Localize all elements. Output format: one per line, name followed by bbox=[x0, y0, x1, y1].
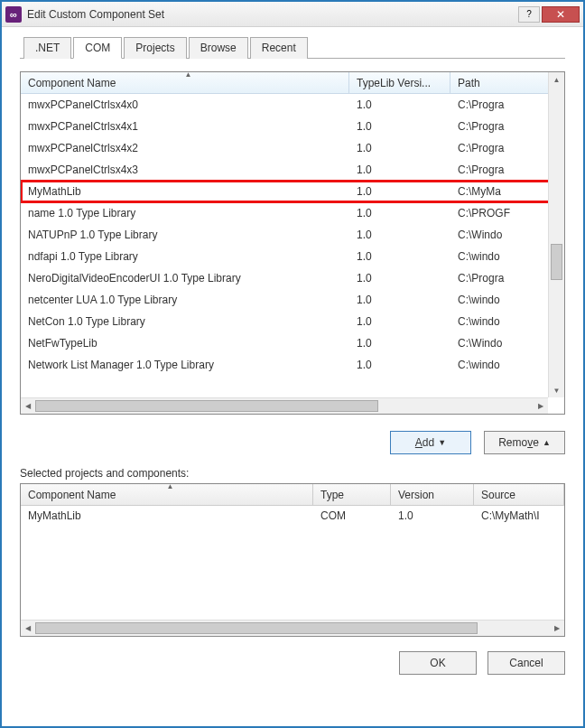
table-row[interactable]: mwxPCPanelCtrlsx4x01.0C:\Progra bbox=[21, 94, 564, 116]
cell-version: 1.0 bbox=[349, 207, 450, 219]
cancel-button[interactable]: Cancel bbox=[488, 651, 565, 675]
cell-version: 1.0 bbox=[349, 315, 450, 328]
grid-rows: mwxPCPanelCtrlsx4x01.0C:\ProgramwxPCPane… bbox=[21, 94, 564, 376]
tab-com[interactable]: COM bbox=[73, 37, 122, 59]
add-button[interactable]: Add ▼ bbox=[390, 431, 471, 454]
cell-version: 1.0 bbox=[349, 229, 450, 241]
cell-name: name 1.0 Type Library bbox=[21, 207, 349, 219]
selected-rows: MyMathLibCOM1.0C:\MyMath\I bbox=[21, 506, 564, 526]
horizontal-scrollbar[interactable]: ◀ ▶ bbox=[21, 397, 548, 414]
scroll-right-icon[interactable]: ▶ bbox=[550, 621, 564, 636]
cell-name: NeroDigitalVideoEncoderUI 1.0 Type Libra… bbox=[21, 272, 349, 285]
cell-name: mwxPCPanelCtrlsx4x0 bbox=[21, 98, 349, 111]
table-row[interactable]: mwxPCPanelCtrlsx4x21.0C:\Progra bbox=[21, 137, 564, 159]
add-button-rest: dd bbox=[422, 436, 434, 449]
cell-version: 1.0 bbox=[349, 142, 450, 154]
cell-name: NetFwTypeLib bbox=[21, 337, 349, 350]
table-row[interactable]: mwxPCPanelCtrlsx4x31.0C:\Progra bbox=[21, 159, 564, 181]
app-icon bbox=[5, 6, 22, 23]
cell-version: 1.0 bbox=[349, 185, 450, 198]
cell-name: ndfapi 1.0 Type Library bbox=[21, 250, 349, 263]
scroll-thumb[interactable] bbox=[551, 244, 562, 280]
sel-col-name-label: Component Name bbox=[28, 489, 116, 501]
table-row[interactable]: NetFwTypeLib1.0C:\Windo bbox=[21, 332, 564, 354]
cell-version: 1.0 bbox=[391, 509, 474, 522]
cell-name: MyMathLib bbox=[21, 185, 349, 198]
scroll-down-icon[interactable]: ▼ bbox=[549, 383, 564, 397]
cell-name: mwxPCPanelCtrlsx4x3 bbox=[21, 163, 349, 176]
ok-button[interactable]: OK bbox=[399, 651, 477, 675]
selected-horizontal-scrollbar[interactable]: ◀ ▶ bbox=[21, 620, 564, 636]
col-component-name-label: Component Name bbox=[28, 77, 116, 89]
table-row[interactable]: name 1.0 Type Library1.0C:\PROGF bbox=[21, 202, 564, 224]
scroll-right-icon[interactable]: ▶ bbox=[534, 398, 548, 414]
table-row[interactable]: netcenter LUA 1.0 Type Library1.0C:\wind… bbox=[21, 289, 564, 311]
cell-version: 1.0 bbox=[349, 337, 450, 350]
tab-browse[interactable]: Browse bbox=[189, 37, 248, 59]
table-row[interactable]: NATUPnP 1.0 Type Library1.0C:\Windo bbox=[21, 224, 564, 246]
remove-button-pre: Remo bbox=[498, 436, 527, 449]
scroll-up-icon[interactable]: ▲ bbox=[549, 72, 564, 87]
table-row[interactable]: MyMathLib1.0C:\MyMa bbox=[21, 181, 564, 202]
remove-button[interactable]: Remove ▲ bbox=[484, 431, 565, 454]
chevron-up-icon: ▲ bbox=[543, 438, 551, 447]
sel-col-name[interactable]: Component Name ▲ bbox=[21, 484, 313, 505]
table-row[interactable]: MyMathLibCOM1.0C:\MyMath\I bbox=[21, 506, 564, 526]
table-row[interactable]: Network List Manager 1.0 Type Library1.0… bbox=[21, 354, 564, 376]
window-title: Edit Custom Component Set bbox=[27, 8, 518, 21]
chevron-down-icon: ▼ bbox=[438, 438, 446, 447]
sel-col-source[interactable]: Source bbox=[474, 484, 564, 505]
scroll-thumb-h[interactable] bbox=[35, 400, 378, 412]
selected-label: Selected projects and components: bbox=[20, 467, 565, 480]
col-component-name[interactable]: Component Name ▲ bbox=[21, 72, 349, 93]
sort-asc-icon: ▲ bbox=[185, 70, 192, 79]
tab-recent[interactable]: Recent bbox=[250, 37, 308, 59]
cell-name: NetCon 1.0 Type Library bbox=[21, 315, 349, 328]
table-row[interactable]: ndfapi 1.0 Type Library1.0C:\windo bbox=[21, 246, 564, 267]
cell-version: 1.0 bbox=[349, 294, 450, 306]
sel-col-version[interactable]: Version bbox=[391, 484, 474, 505]
component-grid: Component Name ▲ TypeLib Versi... Path m… bbox=[20, 71, 565, 415]
cell-name: mwxPCPanelCtrlsx4x1 bbox=[21, 120, 349, 133]
cell-type: COM bbox=[313, 509, 391, 522]
cell-name: MyMathLib bbox=[21, 509, 313, 522]
cell-version: 1.0 bbox=[349, 272, 450, 285]
tab-projects[interactable]: Projects bbox=[124, 37, 186, 59]
remove-button-post: e bbox=[533, 436, 539, 449]
tab-net[interactable]: .NET bbox=[23, 37, 71, 59]
cell-name: NATUPnP 1.0 Type Library bbox=[21, 229, 349, 241]
scroll-left-icon[interactable]: ◀ bbox=[21, 398, 35, 414]
titlebar: Edit Custom Component Set ? ✕ bbox=[2, 2, 583, 27]
sel-col-type[interactable]: Type bbox=[313, 484, 391, 505]
tabs: .NET COM Projects Browse Recent bbox=[20, 36, 565, 59]
cell-name: Network List Manager 1.0 Type Library bbox=[21, 359, 349, 371]
cell-name: mwxPCPanelCtrlsx4x2 bbox=[21, 142, 349, 154]
cell-version: 1.0 bbox=[349, 250, 450, 263]
cell-source: C:\MyMath\I bbox=[474, 509, 564, 522]
cell-name: netcenter LUA 1.0 Type Library bbox=[21, 294, 349, 306]
add-button-underline: A bbox=[415, 436, 422, 449]
help-button[interactable]: ? bbox=[518, 6, 540, 23]
scroll-left-icon[interactable]: ◀ bbox=[21, 621, 35, 636]
sort-asc-icon: ▲ bbox=[167, 482, 174, 490]
cell-version: 1.0 bbox=[349, 98, 450, 111]
table-row[interactable]: NetCon 1.0 Type Library1.0C:\windo bbox=[21, 311, 564, 332]
close-button[interactable]: ✕ bbox=[542, 6, 580, 23]
cell-version: 1.0 bbox=[349, 120, 450, 133]
vertical-scrollbar[interactable]: ▲ ▼ bbox=[548, 72, 564, 397]
table-row[interactable]: NeroDigitalVideoEncoderUI 1.0 Type Libra… bbox=[21, 267, 564, 289]
cell-version: 1.0 bbox=[349, 163, 450, 176]
table-row[interactable]: mwxPCPanelCtrlsx4x11.0C:\Progra bbox=[21, 116, 564, 137]
selected-grid: Component Name ▲ Type Version Source MyM… bbox=[20, 483, 565, 637]
cell-version: 1.0 bbox=[349, 359, 450, 371]
scroll-thumb-h[interactable] bbox=[35, 622, 478, 634]
col-typelib-version[interactable]: TypeLib Versi... bbox=[349, 72, 450, 93]
